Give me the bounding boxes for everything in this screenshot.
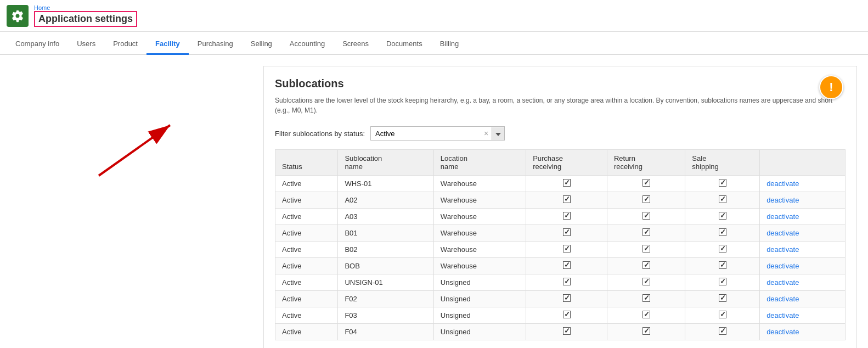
cell-sale-shipping — [685, 258, 760, 274]
filter-label: Filter sublocations by status: — [275, 130, 365, 138]
cell-status: Active — [275, 225, 338, 242]
deactivate-link[interactable]: deactivate — [766, 212, 799, 221]
tab-purchasing[interactable]: Purchasing — [189, 34, 242, 55]
purchase-receiving-checkbox[interactable] — [563, 294, 571, 302]
tab-facility[interactable]: Facility — [146, 34, 189, 55]
cell-return-receiving — [607, 225, 685, 242]
col-action — [760, 150, 846, 176]
cell-sale-shipping — [685, 176, 760, 192]
cell-status: Active — [275, 324, 338, 340]
cell-location-name: Warehouse — [433, 192, 526, 209]
cell-purchase-receiving — [526, 209, 607, 225]
cell-sublocation-name: A03 — [338, 209, 433, 225]
sale-shipping-checkbox[interactable] — [719, 261, 726, 269]
purchase-receiving-checkbox[interactable] — [563, 261, 571, 269]
deactivate-link[interactable]: deactivate — [766, 311, 799, 319]
sale-shipping-checkbox[interactable] — [719, 278, 726, 285]
tab-documents[interactable]: Documents — [377, 34, 431, 55]
cell-sublocation-name: B02 — [338, 242, 433, 258]
deactivate-link[interactable]: deactivate — [766, 196, 799, 204]
cell-action: deactivate — [760, 192, 846, 209]
return-receiving-checkbox[interactable] — [642, 261, 650, 269]
cell-sublocation-name: F02 — [338, 291, 433, 307]
sale-shipping-checkbox[interactable] — [719, 228, 726, 236]
sale-shipping-checkbox[interactable] — [719, 212, 726, 220]
filter-dropdown-button[interactable] — [492, 127, 504, 140]
cell-return-receiving — [607, 307, 685, 324]
cell-sale-shipping — [685, 242, 760, 258]
cell-location-name: Unsigned — [433, 324, 526, 340]
sale-shipping-checkbox[interactable] — [719, 311, 726, 318]
return-receiving-checkbox[interactable] — [642, 245, 650, 252]
cell-status: Active — [275, 192, 338, 209]
tab-company-info[interactable]: Company info — [7, 34, 68, 55]
tab-accounting[interactable]: Accounting — [281, 34, 334, 55]
cell-sale-shipping — [685, 225, 760, 242]
cell-return-receiving — [607, 209, 685, 225]
purchase-receiving-checkbox[interactable] — [563, 179, 571, 187]
cell-action: deactivate — [760, 324, 846, 340]
purchase-receiving-checkbox[interactable] — [563, 245, 571, 252]
cell-return-receiving — [607, 192, 685, 209]
deactivate-link[interactable]: deactivate — [766, 245, 799, 254]
table-row: Active A03 Warehouse deactivate — [275, 209, 846, 225]
sale-shipping-checkbox[interactable] — [719, 327, 726, 335]
return-receiving-checkbox[interactable] — [642, 228, 650, 236]
tab-selling[interactable]: Selling — [242, 34, 281, 55]
tab-users[interactable]: Users — [68, 34, 104, 55]
home-link[interactable]: Home — [34, 4, 137, 11]
cell-sublocation-name: WHS-01 — [338, 176, 433, 192]
sale-shipping-checkbox[interactable] — [719, 179, 726, 187]
return-receiving-checkbox[interactable] — [642, 195, 650, 203]
cell-purchase-receiving — [526, 324, 607, 340]
return-receiving-checkbox[interactable] — [642, 278, 650, 285]
cell-action: deactivate — [760, 258, 846, 274]
sublocations-table: Status Sublocationname Locationname Purc… — [275, 149, 846, 340]
cell-sublocation-name: A02 — [338, 192, 433, 209]
cell-return-receiving — [607, 274, 685, 291]
filter-row: Filter sublocations by status: × — [275, 126, 846, 141]
purchase-receiving-checkbox[interactable] — [563, 212, 571, 220]
cell-status: Active — [275, 242, 338, 258]
cell-sublocation-name: BOB — [338, 258, 433, 274]
cell-return-receiving — [607, 242, 685, 258]
purchase-receiving-checkbox[interactable] — [563, 327, 571, 335]
filter-status-input[interactable] — [371, 127, 481, 140]
cell-sublocation-name: F04 — [338, 324, 433, 340]
cell-status: Active — [275, 176, 338, 192]
purchase-receiving-checkbox[interactable] — [563, 195, 571, 203]
tab-product[interactable]: Product — [104, 34, 146, 55]
sale-shipping-checkbox[interactable] — [719, 245, 726, 252]
filter-clear-button[interactable]: × — [481, 127, 492, 140]
cell-sale-shipping — [685, 274, 760, 291]
cell-purchase-receiving — [526, 258, 607, 274]
deactivate-link[interactable]: deactivate — [766, 295, 799, 303]
deactivate-link[interactable]: deactivate — [766, 328, 799, 336]
sale-shipping-checkbox[interactable] — [719, 294, 726, 302]
deactivate-link[interactable]: deactivate — [766, 229, 799, 237]
cell-location-name: Unsigned — [433, 307, 526, 324]
purchase-receiving-checkbox[interactable] — [563, 278, 571, 285]
deactivate-link[interactable]: deactivate — [766, 262, 799, 270]
table-row: Active F03 Unsigned deactivate — [275, 307, 846, 324]
table-row: Active BOB Warehouse deactivate — [275, 258, 846, 274]
deactivate-link[interactable]: deactivate — [766, 179, 799, 188]
return-receiving-checkbox[interactable] — [642, 179, 650, 187]
return-receiving-checkbox[interactable] — [642, 327, 650, 335]
filter-select-wrapper: × — [370, 126, 505, 141]
tab-billing[interactable]: Billing — [431, 34, 468, 55]
table-row: Active WHS-01 Warehouse deactivate — [275, 176, 846, 192]
return-receiving-checkbox[interactable] — [642, 311, 650, 318]
cell-return-receiving — [607, 291, 685, 307]
cell-status: Active — [275, 307, 338, 324]
deactivate-link[interactable]: deactivate — [766, 278, 799, 287]
purchase-receiving-checkbox[interactable] — [563, 311, 571, 318]
cell-action: deactivate — [760, 291, 846, 307]
tab-screens[interactable]: Screens — [334, 34, 377, 55]
table-row: Active UNSIGN-01 Unsigned deactivate — [275, 274, 846, 291]
cell-return-receiving — [607, 176, 685, 192]
purchase-receiving-checkbox[interactable] — [563, 228, 571, 236]
return-receiving-checkbox[interactable] — [642, 294, 650, 302]
sale-shipping-checkbox[interactable] — [719, 195, 726, 203]
return-receiving-checkbox[interactable] — [642, 212, 650, 220]
